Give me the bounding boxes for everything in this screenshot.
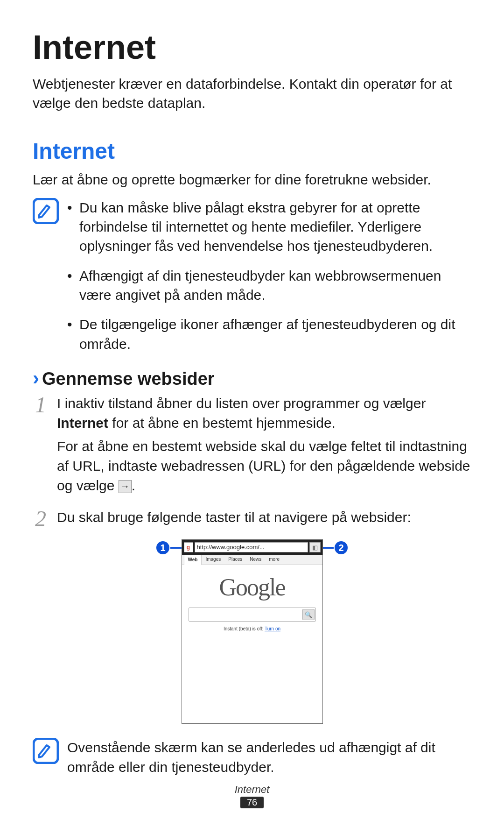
- footer-label: Internet: [0, 784, 504, 796]
- note-list-1: Du kan måske blive pålagt ekstra gebyrer…: [67, 198, 471, 354]
- go-arrow-icon: →: [119, 480, 132, 493]
- note-item: De tilgængelige ikoner afhænger af tjene…: [67, 315, 471, 353]
- page-number: 76: [240, 797, 264, 808]
- note-item: Afhængigt af din tjenesteudbyder kan web…: [67, 266, 471, 305]
- note-icon: [33, 738, 59, 764]
- url-field[interactable]: http://www.google.com/...: [195, 542, 308, 552]
- bookmark-icon[interactable]: ◧: [309, 542, 321, 552]
- step-text: I inaktiv tilstand åbner du listen over …: [57, 396, 426, 411]
- note-icon: [33, 198, 59, 224]
- chevron-icon: ›: [33, 368, 39, 388]
- step-text: Du skal bruge følgende taster til at nav…: [57, 508, 471, 527]
- subsection-heading: Gennemse websider: [42, 369, 215, 389]
- step-body: I inaktiv tilstand åbner du listen over …: [57, 394, 471, 499]
- step-text: .: [132, 478, 135, 493]
- page-title: Internet: [33, 28, 471, 66]
- step-1: 1 I inaktiv tilstand åbner du listen ove…: [33, 394, 471, 499]
- callout-bubble: 1: [155, 540, 170, 555]
- step-number: 1: [33, 394, 49, 416]
- section-heading: Internet: [33, 138, 471, 164]
- callout-bubble: 2: [334, 540, 349, 555]
- step-2: 2 Du skal bruge følgende taster til at n…: [33, 508, 471, 531]
- search-input[interactable]: 🔍: [189, 608, 316, 622]
- browser-screenshot: g http://www.google.com/... ◧ Web Images…: [182, 539, 323, 724]
- instant-label: Instant (beta) is off:: [224, 626, 265, 631]
- tab-web[interactable]: Web: [184, 555, 202, 565]
- step-body: Du skal bruge følgende taster til at nav…: [57, 508, 471, 531]
- step-text: for at åbne en bestemt hjemmeside.: [108, 415, 336, 431]
- tab-more[interactable]: more: [265, 555, 283, 565]
- section-intro: Lær at åbne og oprette bogmærker for din…: [33, 170, 471, 190]
- step-number: 2: [33, 508, 49, 530]
- note-block-1: Du kan måske blive pålagt ekstra gebyrer…: [33, 198, 471, 354]
- favicon-icon: g: [184, 542, 193, 552]
- page-footer: Internet 76: [0, 784, 504, 808]
- subsection-heading-row: › Gennemse websider: [33, 368, 471, 389]
- tab-images[interactable]: Images: [202, 555, 224, 565]
- note-text: Ovenstående skærm kan se anderledes ud a…: [67, 738, 471, 777]
- google-tabs: Web Images Places News more: [182, 555, 322, 565]
- google-logo: Google: [182, 573, 322, 601]
- tab-places[interactable]: Places: [224, 555, 246, 565]
- note-item: Du kan måske blive pålagt ekstra gebyrer…: [67, 198, 471, 256]
- note-block-2: Ovenstående skærm kan se anderledes ud a…: [33, 738, 471, 777]
- tab-news[interactable]: News: [246, 555, 265, 565]
- figure: 1 2 g http://www.google.com/... ◧ Web Im…: [33, 539, 471, 724]
- instant-link[interactable]: Turn on: [265, 626, 280, 631]
- search-icon[interactable]: 🔍: [302, 609, 315, 620]
- url-bar[interactable]: g http://www.google.com/... ◧: [182, 540, 322, 555]
- step-text-bold: Internet: [57, 415, 108, 431]
- instant-text: Instant (beta) is off: Turn on: [182, 626, 322, 631]
- page-intro: Webtjenester kræver en dataforbindelse. …: [33, 75, 471, 113]
